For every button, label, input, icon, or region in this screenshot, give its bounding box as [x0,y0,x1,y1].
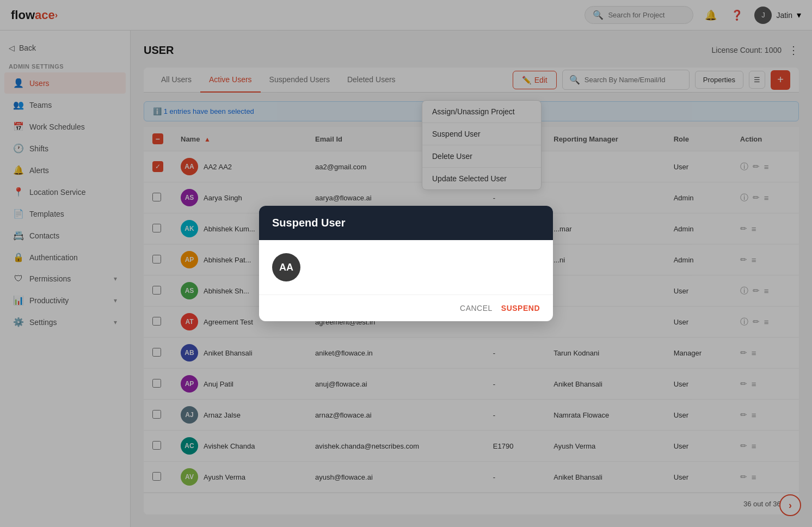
suspend-modal-overlay: Suspend User AA CANCEL SUSPEND [0,0,812,527]
suspend-confirm-button[interactable]: SUSPEND [501,304,540,312]
modal-header: Suspend User [259,206,553,240]
modal-footer: CANCEL SUSPEND [259,295,553,321]
cancel-button[interactable]: CANCEL [460,304,493,312]
suspend-modal: Suspend User AA CANCEL SUSPEND [259,206,553,321]
modal-body: AA [259,240,553,295]
modal-user-avatar: AA [272,253,300,281]
modal-title: Suspend User [272,217,540,229]
